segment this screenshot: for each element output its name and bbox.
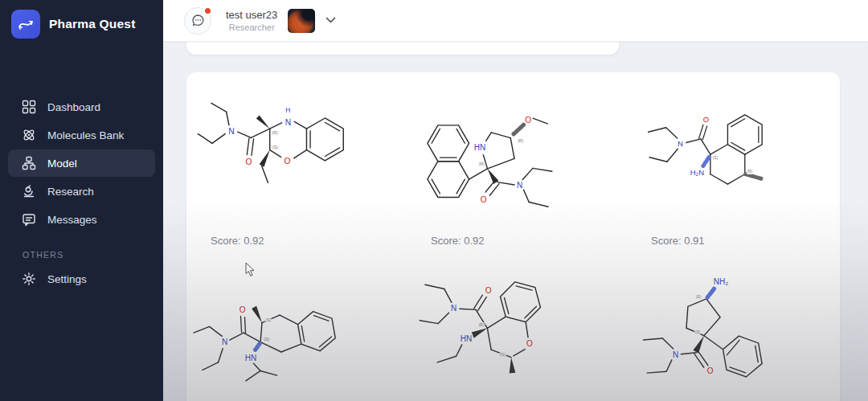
- molecule-structure-4: O N HN (S) (S): [191, 270, 368, 399]
- stereo-label: (S): [272, 145, 278, 149]
- sidebar-item-label: Dashboard: [47, 101, 100, 113]
- user-name: test user23: [226, 9, 277, 22]
- atom-label: HN: [474, 143, 486, 152]
- atom-label: N: [678, 140, 683, 149]
- sidebar: Pharma Quest Dashboard Molecules Bank: [0, 0, 163, 401]
- sidebar-item-label: Settings: [47, 273, 87, 285]
- stereo-label: (R): [747, 170, 752, 174]
- user-menu-toggle[interactable]: [326, 17, 336, 24]
- sidebar-section-others: OTHERS: [23, 250, 163, 260]
- stereo-label: (S): [264, 337, 269, 342]
- sidebar-item-label: Research: [47, 186, 94, 198]
- model-hierarchy-icon: [22, 156, 36, 170]
- sidebar-item-research[interactable]: Research: [8, 178, 155, 205]
- molecule-score-1: Score: 0.92: [211, 235, 264, 247]
- user-avatar[interactable]: [288, 9, 315, 33]
- atom-label: H₂N: [690, 168, 705, 177]
- atom-label: O: [707, 366, 714, 375]
- main-area: test user23 Researcher: [163, 0, 868, 401]
- atom-label: N: [285, 118, 291, 127]
- chat-bubble-icon: [190, 13, 206, 28]
- molecule-structure-2: HN O O N (R) (R): [408, 95, 585, 219]
- molecule-tile-6[interactable]: NH₂ N O (S) (S): [633, 267, 810, 399]
- notification-dot: [203, 6, 212, 15]
- brand-logo-icon: [11, 10, 40, 39]
- previous-card-edge: [186, 42, 619, 55]
- stereo-label: (R): [272, 130, 278, 135]
- sidebar-nav: Dashboard Molecules Bank Model: [0, 93, 163, 293]
- atom-label: O: [485, 286, 492, 295]
- atom-label: O: [245, 158, 252, 166]
- dashboard-icon: [22, 100, 36, 114]
- top-header: test user23 Researcher: [163, 0, 868, 42]
- sidebar-item-messages[interactable]: Messages: [8, 206, 155, 233]
- app-window: Pharma Quest Dashboard Molecules Bank: [0, 0, 868, 401]
- brand[interactable]: Pharma Quest: [0, 0, 163, 48]
- atom-label: N: [222, 338, 227, 346]
- stereo-label: (S): [695, 329, 701, 334]
- stereo-label: (R): [479, 322, 485, 327]
- sidebar-item-label: Messages: [47, 214, 97, 226]
- messages-icon: [22, 212, 36, 227]
- sidebar-item-dashboard[interactable]: Dashboard: [8, 93, 155, 121]
- molecule-tile-1[interactable]: H N O O N (R) (S): [193, 90, 374, 220]
- stereo-label: (R): [479, 162, 485, 166]
- atom-icon: [22, 128, 36, 142]
- user-block: test user23 Researcher: [226, 9, 277, 33]
- gear-icon: [22, 272, 36, 286]
- molecule-tile-4[interactable]: O N HN (S) (S): [191, 270, 368, 401]
- molecule-score-3: Score: 0.91: [651, 235, 705, 247]
- atom-label: N: [673, 350, 678, 359]
- molecule-tile-5[interactable]: O N HN O (R) (S): [405, 270, 582, 401]
- atom-label: O: [526, 339, 533, 348]
- user-role: Researcher: [229, 22, 275, 33]
- chevron-down-icon: [326, 17, 336, 24]
- molecule-tile-3[interactable]: O N H₂N (S) (R): [633, 95, 802, 219]
- sidebar-item-label: Model: [47, 158, 77, 170]
- atom-label: NH₂: [714, 277, 728, 286]
- content: H N O O N (R) (S): [163, 42, 868, 401]
- atom-label: O: [240, 305, 246, 314]
- microscope-icon: [22, 184, 36, 198]
- atom-label: HN: [245, 354, 257, 362]
- sidebar-item-label: Molecules Bank: [47, 129, 124, 141]
- chat-button[interactable]: [184, 7, 211, 35]
- sidebar-item-settings[interactable]: Settings: [8, 265, 155, 293]
- molecule-tile-2[interactable]: HN O O N (R) (R): [408, 95, 585, 223]
- atom-label: HN: [461, 334, 473, 343]
- stereo-label: (R): [518, 138, 523, 143]
- stereo-label: (S): [265, 317, 271, 322]
- atom-label: O: [525, 116, 531, 125]
- sidebar-item-model[interactable]: Model: [8, 149, 155, 177]
- stereo-label: (S): [500, 352, 506, 357]
- results-card: H N O O N (R) (S): [186, 72, 840, 401]
- molecule-structure-1: H N O O N (R) (S): [193, 90, 374, 217]
- molecule-structure-6: NH₂ N O (S) (S): [633, 267, 810, 395]
- stereo-label: (S): [696, 294, 702, 299]
- atom-label: H: [285, 106, 290, 114]
- atom-label: O: [481, 195, 487, 204]
- atom-label: O: [284, 157, 290, 166]
- atom-label: N: [451, 304, 457, 313]
- atom-label: N: [228, 127, 234, 136]
- stereo-label: (S): [713, 156, 719, 160]
- molecule-structure-3: O N H₂N (S) (R): [633, 95, 802, 215]
- molecule-score-2: Score: 0.92: [431, 235, 485, 247]
- atom-label: N: [517, 181, 522, 190]
- molecule-structure-5: O N HN O (R) (S): [405, 270, 582, 399]
- sidebar-item-molecules-bank[interactable]: Molecules Bank: [8, 121, 155, 149]
- atom-label: O: [703, 115, 709, 124]
- brand-name: Pharma Quest: [49, 17, 136, 31]
